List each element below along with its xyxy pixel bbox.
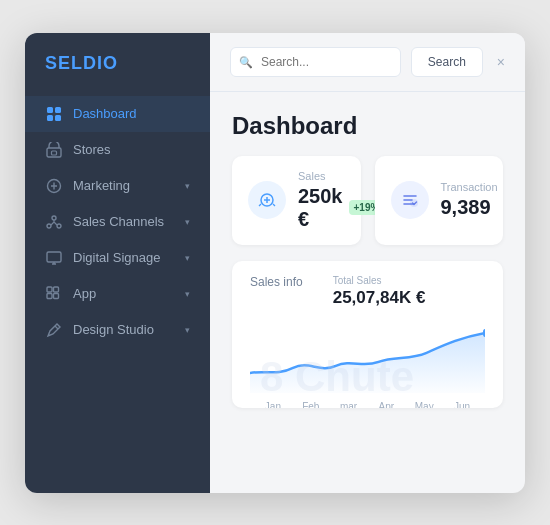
sidebar-item-label: Marketing <box>73 178 175 193</box>
sidebar-item-app[interactable]: App ▾ <box>25 276 210 312</box>
chart-area: 8 Chute <box>250 318 485 408</box>
sidebar-item-marketing[interactable]: Marketing ▾ <box>25 168 210 204</box>
transactions-label: Transaction <box>441 181 498 193</box>
sidebar-item-label: Design Studio <box>73 322 175 337</box>
sales-channels-icon <box>45 213 63 231</box>
search-icon: 🔍 <box>239 55 253 68</box>
chart-watermark: 8 Chute <box>260 356 414 398</box>
svg-rect-11 <box>47 287 52 292</box>
stores-icon <box>45 141 63 159</box>
digital-signage-icon <box>45 249 63 267</box>
svg-rect-1 <box>55 107 61 113</box>
design-studio-icon <box>45 321 63 339</box>
chart-label-feb: Feb <box>292 401 330 408</box>
chart-label-jan: Jan <box>254 401 292 408</box>
sidebar-item-dashboard[interactable]: Dashboard <box>25 96 210 132</box>
sales-info-header: Sales info Total Sales 25,07,84K € <box>250 275 485 308</box>
app-icon <box>45 285 63 303</box>
svg-rect-12 <box>54 287 59 292</box>
topbar: 🔍 Search × <box>210 33 525 92</box>
svg-rect-14 <box>54 293 59 298</box>
svg-rect-3 <box>55 115 61 121</box>
total-sales-value: 25,07,84K € <box>333 288 426 308</box>
cards-row: Sales 250k € +19% <box>232 156 503 245</box>
svg-rect-10 <box>47 252 61 262</box>
svg-rect-0 <box>47 107 53 113</box>
sidebar-item-label: App <box>73 286 175 301</box>
sales-info-card: Sales info Total Sales 25,07,84K € 8 Chu… <box>232 261 503 408</box>
chevron-icon: ▾ <box>185 289 190 299</box>
search-wrap: 🔍 <box>230 47 401 77</box>
svg-point-8 <box>47 224 51 228</box>
dashboard-icon <box>45 105 63 123</box>
sales-info-label: Sales info <box>250 275 303 289</box>
dashboard-content: Dashboard Sales 250k € <box>210 92 525 493</box>
chart-labels: Jan Feb mar Apr May Jun <box>250 401 485 408</box>
transactions-card-info: Transaction 9,389 <box>441 181 498 219</box>
app-window: SELDIO Dashboard <box>25 33 525 493</box>
sidebar-item-digital-signage[interactable]: Digital Signage ▾ <box>25 240 210 276</box>
chevron-icon: ▾ <box>185 217 190 227</box>
chart-label-mar: mar <box>330 401 368 408</box>
sidebar-item-design-studio[interactable]: Design Studio ▾ <box>25 312 210 348</box>
svg-rect-5 <box>52 151 57 155</box>
chart-label-apr: Apr <box>367 401 405 408</box>
main-content: 🔍 Search × Dashboard <box>210 33 525 493</box>
sidebar-item-label: Dashboard <box>73 106 190 121</box>
marketing-icon <box>45 177 63 195</box>
svg-rect-4 <box>47 148 61 157</box>
search-input[interactable] <box>230 47 401 77</box>
sales-card-icon <box>248 181 286 219</box>
sidebar: SELDIO Dashboard <box>25 33 210 493</box>
total-sales-section: Total Sales 25,07,84K € <box>333 275 426 308</box>
logo: SELDIO <box>25 53 210 96</box>
chevron-icon: ▾ <box>185 325 190 335</box>
sidebar-item-label: Stores <box>73 142 190 157</box>
total-sales-label: Total Sales <box>333 275 426 286</box>
chart-label-jun: Jun <box>443 401 481 408</box>
svg-rect-13 <box>47 293 52 298</box>
transactions-card-icon <box>391 181 429 219</box>
sales-card-info: Sales 250k € +19% <box>298 170 384 231</box>
sales-value: 250k € +19% <box>298 185 384 231</box>
sales-label: Sales <box>298 170 384 182</box>
transactions-card: Transaction 9,389 <box>375 156 504 245</box>
logo-text: SELDIO <box>45 53 118 73</box>
page-title: Dashboard <box>232 112 503 140</box>
svg-point-9 <box>57 224 61 228</box>
sidebar-item-sales-channels[interactable]: Sales Channels ▾ <box>25 204 210 240</box>
sidebar-item-label: Digital Signage <box>73 250 175 265</box>
chart-label-may: May <box>405 401 443 408</box>
sidebar-item-stores[interactable]: Stores <box>25 132 210 168</box>
search-button[interactable]: Search <box>411 47 483 77</box>
svg-rect-2 <box>47 115 53 121</box>
transactions-value: 9,389 <box>441 196 498 219</box>
sidebar-item-label: Sales Channels <box>73 214 175 229</box>
svg-point-7 <box>52 216 56 220</box>
chevron-icon: ▾ <box>185 181 190 191</box>
close-icon[interactable]: × <box>497 54 505 70</box>
svg-point-15 <box>410 199 418 207</box>
chevron-icon: ▾ <box>185 253 190 263</box>
sales-card: Sales 250k € +19% <box>232 156 361 245</box>
